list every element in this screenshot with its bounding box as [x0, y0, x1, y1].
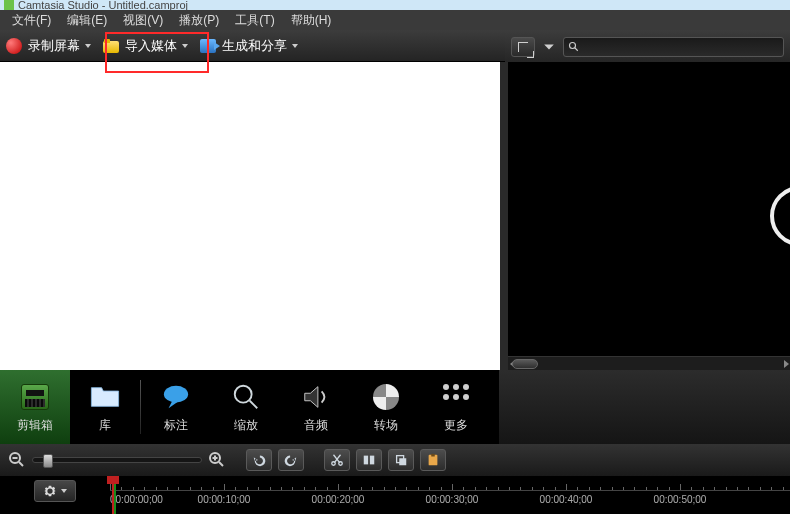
playhead[interactable]: [112, 476, 114, 514]
svg-point-2: [164, 385, 188, 402]
app-icon: [4, 0, 14, 10]
svg-rect-17: [370, 456, 374, 465]
menu-file[interactable]: 文件(F): [4, 12, 59, 29]
produce-share-button[interactable]: 生成和分享: [194, 33, 304, 59]
folder-icon: [103, 39, 119, 53]
menu-play[interactable]: 播放(P): [171, 12, 227, 29]
menu-bar: 文件(F) 编辑(E) 视图(V) 播放(P) 工具(T) 帮助(H): [0, 10, 790, 30]
record-screen-button[interactable]: 录制屏幕: [0, 33, 97, 59]
search-icon: [568, 41, 580, 53]
clipbin-icon: [21, 384, 49, 410]
svg-rect-21: [431, 454, 435, 457]
shrink-to-fit-button[interactable]: [511, 37, 535, 57]
svg-point-0: [570, 43, 576, 49]
zoom-in-button[interactable]: [208, 451, 226, 469]
gear-icon: [43, 484, 57, 498]
task-tabs: 剪辑箱 库 标注 缩放 音频 转场 更多: [0, 370, 790, 444]
zoom-icon: [228, 381, 264, 413]
copy-button[interactable]: [388, 449, 414, 471]
record-label: 录制屏幕: [28, 37, 80, 55]
share-label: 生成和分享: [222, 37, 287, 55]
tab-library[interactable]: 库: [70, 370, 140, 444]
tab-zoom[interactable]: 缩放: [211, 370, 281, 444]
tracks-menu-button[interactable]: [34, 480, 76, 502]
tab-callouts[interactable]: 标注: [141, 370, 211, 444]
svg-line-6: [19, 462, 23, 466]
tab-audio-label: 音频: [304, 417, 328, 434]
search-box[interactable]: [563, 37, 784, 57]
fit-icon: [518, 42, 528, 52]
timeline-label: 00:00:30;00: [426, 494, 479, 505]
scroll-thumb[interactable]: [512, 359, 538, 369]
tab-more[interactable]: 更多: [421, 370, 491, 444]
zoom-slider-thumb[interactable]: [43, 454, 53, 468]
menu-edit[interactable]: 编辑(E): [59, 12, 115, 29]
timeline: 00:00:00;0000:00:10;0000:00:20;0000:00:3…: [0, 476, 790, 514]
timeline-track-header: [0, 476, 110, 514]
callout-icon: [158, 381, 194, 413]
title-bar: Camtasia Studio - Untitled.camproj: [0, 0, 790, 10]
share-icon: [200, 39, 216, 53]
timeline-toolbar: [0, 444, 790, 476]
timeline-label: 00:00:20;00: [312, 494, 365, 505]
cut-button[interactable]: [324, 449, 350, 471]
preview-scrollbar[interactable]: [508, 356, 790, 370]
preview-controls-area: [499, 370, 790, 444]
library-icon: [87, 381, 123, 413]
tab-clipbin[interactable]: 剪辑箱: [0, 370, 70, 444]
timeline-ruler: 00:00:00;0000:00:10;0000:00:20;0000:00:3…: [110, 476, 790, 514]
scroll-right-icon[interactable]: [781, 359, 790, 369]
preview-dropdown[interactable]: [541, 37, 557, 57]
timeline-label: 00:00:50;00: [654, 494, 707, 505]
tab-more-label: 更多: [444, 417, 468, 434]
undo-button[interactable]: [246, 449, 272, 471]
svg-rect-19: [399, 458, 406, 465]
timeline-ruler-area[interactable]: 00:00:00;0000:00:10;0000:00:20;0000:00:3…: [110, 476, 790, 514]
redo-button[interactable]: [278, 449, 304, 471]
zoom-slider[interactable]: [32, 457, 202, 463]
tab-transitions[interactable]: 转场: [351, 370, 421, 444]
svg-line-9: [219, 462, 223, 466]
svg-rect-16: [364, 456, 368, 465]
svg-line-1: [575, 48, 578, 51]
tab-callouts-label: 标注: [164, 417, 188, 434]
tab-library-label: 库: [99, 417, 111, 434]
zoom-out-button[interactable]: [8, 451, 26, 469]
clip-bin-panel[interactable]: [0, 62, 500, 370]
menu-view[interactable]: 视图(V): [115, 12, 171, 29]
window-title: Camtasia Studio - Untitled.camproj: [18, 0, 188, 10]
timeline-label: 00:00:10;00: [198, 494, 251, 505]
paste-button[interactable]: [420, 449, 446, 471]
timeline-label: 00:00:40;00: [540, 494, 593, 505]
main-area: [0, 62, 790, 370]
menu-help[interactable]: 帮助(H): [283, 12, 340, 29]
search-input[interactable]: [584, 41, 779, 53]
record-icon: [6, 38, 22, 54]
audio-icon: [298, 381, 334, 413]
tab-audio[interactable]: 音频: [281, 370, 351, 444]
import-label: 导入媒体: [125, 37, 177, 55]
svg-point-3: [235, 385, 252, 402]
tab-clipbin-label: 剪辑箱: [17, 417, 53, 434]
transitions-icon: [368, 381, 404, 413]
vertical-splitter[interactable]: [500, 62, 508, 370]
more-icon: [438, 381, 474, 413]
import-media-button[interactable]: 导入媒体: [97, 33, 194, 59]
preview-panel[interactable]: [508, 62, 790, 370]
menu-tools[interactable]: 工具(T): [227, 12, 282, 29]
timeline-label: 00:00:00;00: [110, 494, 163, 505]
preview-toolbar: [505, 30, 790, 64]
preview-placeholder-icon: [770, 186, 790, 246]
svg-line-4: [250, 400, 258, 408]
split-button[interactable]: [356, 449, 382, 471]
tab-zoom-label: 缩放: [234, 417, 258, 434]
tab-transitions-label: 转场: [374, 417, 398, 434]
